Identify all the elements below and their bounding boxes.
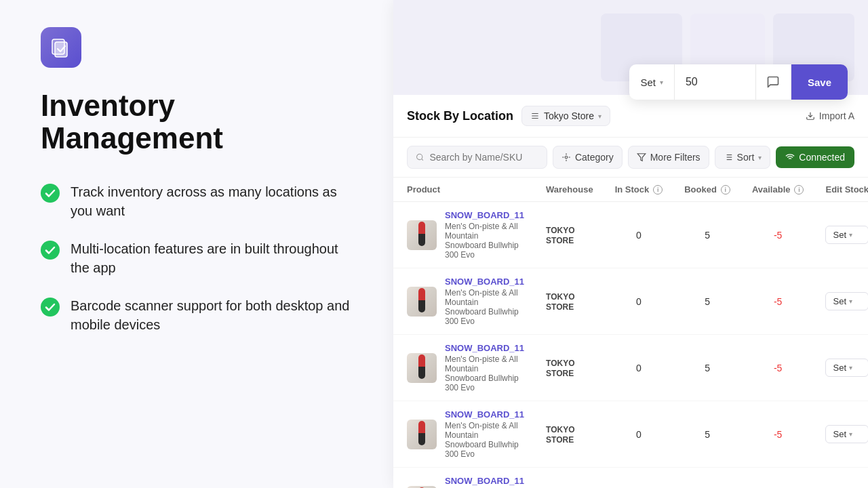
search-input[interactable]	[429, 152, 538, 163]
product-image-4	[407, 486, 437, 489]
product-cell-3: SNOW_BOARD_11 Men's On-piste & All Mount…	[393, 401, 535, 468]
check-icon	[41, 184, 60, 203]
product-desc2: Snowboard Bullwhip 300 Evo	[445, 241, 524, 260]
edit-stock-cell-2[interactable]: Set ▾	[814, 335, 868, 401]
location-chevron-icon: ▾	[598, 113, 601, 120]
svg-point-2	[41, 184, 60, 203]
search-wrap[interactable]	[407, 146, 547, 169]
feature-item: Track inventory across as many locations…	[41, 182, 353, 220]
category-filter-button[interactable]: Category	[553, 146, 623, 169]
connected-label: Connected	[799, 152, 845, 163]
product-cell-2: SNOW_BOARD_11 Men's On-piste & All Mount…	[393, 335, 535, 401]
available-cell-1: -5	[741, 268, 815, 335]
sort-chevron-icon: ▾	[758, 154, 762, 161]
feature-text: Multi-location features are in built thr…	[71, 239, 353, 277]
top-decorative: Set ▾ Save	[393, 0, 868, 95]
filter-bar: Category More Filters Sort ▾ Connect	[393, 138, 868, 178]
available-info-icon: i	[794, 185, 804, 195]
booked-cell-1: 5	[673, 268, 741, 335]
action-bar: Set ▾ Save	[629, 64, 848, 100]
product-sku[interactable]: SNOW_BOARD_11	[445, 277, 524, 287]
quantity-input[interactable]	[675, 64, 756, 100]
product-desc1: Men's On-piste & All Mountain	[445, 288, 524, 307]
svg-line-7	[422, 159, 423, 160]
stock-title: Stock By Location	[407, 109, 513, 123]
product-info-3: SNOW_BOARD_11 Men's On-piste & All Mount…	[445, 409, 524, 459]
warehouse-cell-3: TOKYO STORE	[535, 401, 604, 468]
edit-stock-cell-4[interactable]: Set ▾	[814, 468, 868, 489]
product-cell-1: SNOW_BOARD_11 Men's On-piste & All Mount…	[393, 268, 535, 335]
svg-point-8	[565, 156, 568, 159]
category-icon	[561, 152, 571, 162]
feature-text: Track inventory across as many locations…	[71, 182, 353, 220]
right-panel: Set ▾ Save Stock By Location Tokyo	[393, 0, 868, 488]
connected-button[interactable]: Connected	[776, 146, 854, 168]
booked-cell-4: 5	[673, 468, 741, 489]
product-sku[interactable]: SNOW_BOARD_11	[445, 476, 524, 486]
booked-cell-3: 5	[673, 401, 741, 468]
col-in-stock: In Stock i	[604, 178, 674, 202]
left-panel: Inventory Management Track inventory acr…	[0, 0, 393, 488]
product-sku[interactable]: SNOW_BOARD_11	[445, 343, 524, 353]
col-edit-stock: Edit Stock	[814, 178, 868, 202]
product-desc1: Men's On-piste & All Mountain	[445, 354, 524, 373]
product-info-0: SNOW_BOARD_11 Men's On-piste & All Mount…	[445, 210, 524, 260]
set-stock-dropdown-1[interactable]: Set ▾	[825, 292, 868, 310]
product-image-3	[407, 420, 437, 449]
location-label: Tokyo Store	[544, 110, 594, 121]
category-label: Category	[575, 152, 614, 163]
col-booked: Booked i	[673, 178, 741, 202]
check-icon	[41, 298, 60, 317]
sort-icon	[724, 152, 733, 162]
product-cell-4: SNOW_BOARD_11 Men's On-piste & All Mount…	[393, 468, 535, 489]
product-desc1: Men's On-piste & All Mountain	[445, 222, 524, 241]
edit-stock-cell-0[interactable]: Set ▾	[814, 202, 868, 268]
edit-stock-cell-1[interactable]: Set ▾	[814, 268, 868, 335]
table-row: SNOW_BOARD_11 Men's On-piste & All Mount…	[393, 268, 868, 335]
col-product: Product	[393, 178, 535, 202]
product-desc2: Snowboard Bullwhip 300 Evo	[445, 373, 524, 392]
stock-title-group: Stock By Location Tokyo Store ▾	[407, 106, 610, 126]
available-cell-4: -5	[741, 468, 815, 489]
stock-header: Stock By Location Tokyo Store ▾ Import A	[393, 95, 868, 138]
product-sku[interactable]: SNOW_BOARD_11	[445, 409, 524, 420]
available-cell-0: -5	[741, 202, 815, 268]
product-sku[interactable]: SNOW_BOARD_11	[445, 210, 524, 220]
product-desc1: Men's On-piste & All Mountain	[445, 421, 524, 440]
feature-item: Barcode scanner support for both desktop…	[41, 296, 353, 334]
feature-item: Multi-location features are in built thr…	[41, 239, 353, 277]
inventory-table: Product Warehouse In Stock i	[393, 178, 868, 488]
filter-icon	[637, 152, 646, 162]
in-stock-cell-1: 0	[604, 268, 674, 335]
in-stock-cell-0: 0	[604, 202, 674, 268]
booked-cell-2: 5	[673, 335, 741, 401]
comment-button[interactable]	[756, 64, 791, 100]
more-filters-button[interactable]: More Filters	[628, 146, 709, 169]
check-icon	[41, 241, 60, 260]
svg-point-4	[41, 298, 60, 317]
col-warehouse: Warehouse	[535, 178, 604, 202]
sort-button[interactable]: Sort ▾	[715, 146, 771, 169]
set-stock-dropdown-2[interactable]: Set ▾	[825, 359, 868, 377]
save-button[interactable]: Save	[791, 64, 848, 100]
edit-stock-cell-3[interactable]: Set ▾	[814, 401, 868, 468]
product-image-1	[407, 287, 437, 317]
set-chevron-icon: ▾	[849, 430, 852, 438]
product-desc2: Snowboard Bullwhip 300 Evo	[445, 307, 524, 326]
product-cell-0: SNOW_BOARD_11 Men's On-piste & All Mount…	[393, 202, 535, 268]
import-button[interactable]: Import A	[806, 110, 854, 121]
feature-text: Barcode scanner support for both desktop…	[71, 296, 353, 334]
feature-list: Track inventory across as many locations…	[41, 182, 353, 334]
chevron-down-icon: ▾	[660, 79, 663, 86]
set-dropdown-trigger[interactable]: Set ▾	[629, 64, 675, 100]
product-info-2: SNOW_BOARD_11 Men's On-piste & All Mount…	[445, 343, 524, 392]
product-desc2: Snowboard Bullwhip 300 Evo	[445, 440, 524, 459]
svg-point-3	[41, 241, 60, 260]
set-stock-dropdown-0[interactable]: Set ▾	[825, 226, 868, 244]
sort-label: Sort	[737, 152, 755, 163]
location-selector[interactable]: Tokyo Store ▾	[521, 106, 610, 126]
set-stock-dropdown-3[interactable]: Set ▾	[825, 425, 868, 443]
page-title: Inventory Management	[41, 89, 353, 155]
table-row: SNOW_BOARD_11 Men's On-piste & All Mount…	[393, 202, 868, 268]
search-icon	[416, 152, 424, 162]
